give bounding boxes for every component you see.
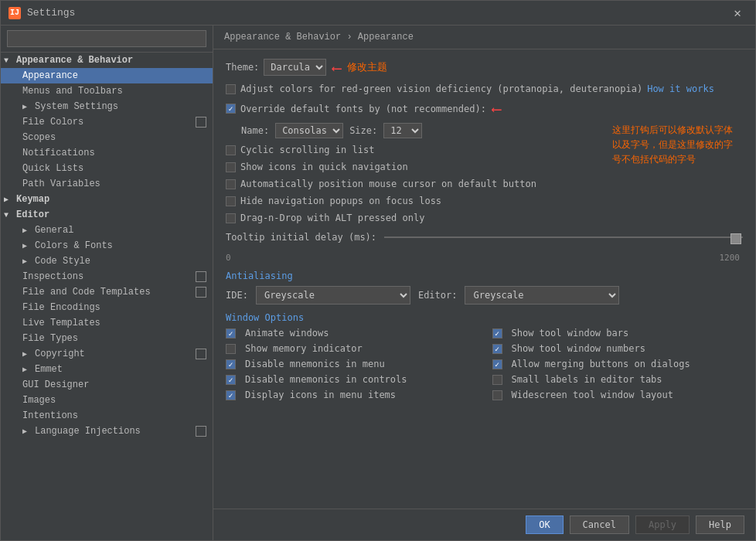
sidebar-item-language-injections[interactable]: ▶ Language Injections: [1, 424, 213, 439]
auto-position-label: Automatically position mouse cursor on d…: [240, 179, 536, 189]
sidebar-section-keymap[interactable]: ▶ Keymap: [1, 192, 213, 207]
sidebar-item-file-encodings[interactable]: File Encodings: [1, 300, 213, 315]
merge-buttons-checkbox[interactable]: [492, 359, 502, 369]
adjust-colors-label: Adjust colors for red-green vision defic…: [240, 83, 642, 94]
expand-arrow: ▶: [22, 365, 32, 374]
animate-windows-checkbox[interactable]: [226, 328, 236, 339]
override-fonts-checkbox[interactable]: [226, 104, 236, 114]
sidebar-item-label: File and Code Templates: [22, 287, 151, 298]
ide-antialiasing-select[interactable]: Greyscale: [256, 286, 410, 305]
bottom-bar: OK Cancel Apply Help: [213, 509, 755, 540]
override-fonts-label: Override default fonts by (not recommend…: [240, 104, 486, 114]
small-labels-checkbox[interactable]: [492, 375, 502, 385]
auto-position-row: Automatically position mouse cursor on d…: [226, 179, 743, 189]
sidebar-item-file-types[interactable]: File Types: [1, 331, 213, 346]
expand-arrow: ▶: [22, 427, 32, 436]
how-it-works-link[interactable]: How it works: [647, 83, 714, 94]
ide-label: IDE:: [226, 290, 248, 301]
mnemonics-controls-checkbox[interactable]: [226, 375, 236, 385]
show-tool-numbers-checkbox[interactable]: [492, 344, 502, 354]
sidebar-item-menus-toolbars[interactable]: Menus and Toolbars: [1, 83, 213, 99]
sidebar-item-label: Images: [22, 395, 56, 406]
breadcrumb: Appearance & Behavior › Appearance: [213, 26, 755, 49]
sidebar-item-copyright[interactable]: ▶ Copyright: [1, 346, 213, 362]
title-bar: IJ Settings ✕: [1, 1, 755, 26]
apply-button[interactable]: Apply: [635, 515, 690, 534]
sidebar-item-label: Path Variables: [22, 179, 100, 189]
editor-label: Editor:: [418, 290, 458, 301]
mnemonics-controls-label: Disable mnemonics in controls: [245, 374, 407, 385]
search-input[interactable]: [7, 30, 206, 47]
window-option-show-tool-bars: Show tool window bars: [492, 328, 744, 339]
sidebar-item-file-colors[interactable]: File Colors: [1, 114, 213, 130]
sidebar-item-inspections[interactable]: Inspections: [1, 269, 213, 284]
sidebar-item-label: GUI Designer: [22, 379, 89, 390]
show-tool-window-bars-checkbox[interactable]: [492, 328, 502, 339]
show-memory-checkbox[interactable]: [226, 344, 236, 354]
cancel-button[interactable]: Cancel: [570, 515, 629, 534]
sidebar-item-notifications[interactable]: Notifications: [1, 145, 213, 161]
mnemonics-menu-label: Disable mnemonics in menu: [245, 359, 385, 369]
drag-drop-checkbox[interactable]: [226, 213, 236, 223]
window-option-small-labels: Small labels in editor tabs: [492, 374, 744, 385]
expand-arrow: ▶: [22, 349, 32, 359]
sidebar-item-file-code-templates[interactable]: File and Code Templates: [1, 284, 213, 300]
window-option-tool-numbers: Show tool window numbers: [492, 343, 744, 354]
sidebar-item-label: Copyright: [35, 349, 85, 359]
window-option-mnemonics-controls: Disable mnemonics in controls: [226, 374, 477, 385]
sidebar-item-general[interactable]: ▶ General: [1, 223, 213, 238]
sidebar-item-images[interactable]: Images: [1, 393, 213, 408]
show-icons-checkbox[interactable]: [226, 162, 236, 172]
sidebar-item-label: Notifications: [22, 148, 95, 158]
ok-button[interactable]: OK: [526, 515, 563, 534]
slider-thumb[interactable]: [730, 233, 741, 244]
help-button[interactable]: Help: [696, 515, 744, 534]
close-button[interactable]: ✕: [727, 2, 747, 24]
theme-annotation: 修改主题: [347, 60, 387, 74]
sidebar-section-editor[interactable]: ▼ Editor: [1, 207, 213, 223]
sidebar-item-system-settings[interactable]: ▶ System Settings: [1, 99, 213, 114]
auto-position-checkbox[interactable]: [226, 179, 236, 189]
sidebar-item-path-variables[interactable]: Path Variables: [1, 176, 213, 192]
settings-content: Theme: Darcula ⟵ 修改主题 Adjust colors for …: [213, 49, 755, 509]
window-options-section: Window Options: [226, 312, 743, 323]
cyclic-scroll-label: Cyclic scrolling in list: [240, 145, 374, 155]
hide-nav-row: Hide navigation popups on focus loss: [226, 196, 743, 206]
sidebar-item-label: Appearance: [22, 70, 78, 81]
font-size-select[interactable]: 12: [383, 123, 422, 138]
show-icons-label: Show icons in quick navigation: [240, 162, 408, 172]
sidebar-item-intentions[interactable]: Intentions: [1, 408, 213, 424]
font-name-select[interactable]: Consolas: [275, 123, 343, 138]
expand-arrow: ▶: [22, 241, 32, 250]
widescreen-checkbox[interactable]: [492, 390, 502, 400]
sidebar-item-emmet[interactable]: ▶ Emmet: [1, 362, 213, 377]
sidebar-item-scopes[interactable]: Scopes: [1, 130, 213, 145]
sidebar-section-appearance-behavior[interactable]: ▼ Appearance & Behavior: [1, 53, 213, 68]
display-icons-checkbox[interactable]: [226, 390, 236, 400]
settings-window: IJ Settings ✕ ▼ Appearance & Behavior Ap…: [0, 0, 756, 541]
arrow2-annotation: ⟵: [492, 100, 501, 117]
sidebar-item-label: Language Injections: [35, 426, 141, 437]
settings-tree: ▼ Appearance & Behavior Appearance Menus…: [1, 53, 213, 540]
sidebar-item-colors-fonts[interactable]: ▶ Colors & Fonts: [1, 238, 213, 253]
sidebar-item-code-style[interactable]: ▶ Code Style: [1, 253, 213, 269]
sidebar-item-gui-designer[interactable]: GUI Designer: [1, 377, 213, 393]
cyclic-scroll-checkbox[interactable]: [226, 145, 236, 155]
settings-icon: [196, 287, 206, 298]
theme-select[interactable]: Darcula: [264, 59, 326, 76]
sidebar-item-live-templates[interactable]: Live Templates: [1, 315, 213, 331]
sidebar-section-label: Appearance & Behavior: [16, 55, 133, 66]
adjust-colors-checkbox[interactable]: [226, 84, 236, 94]
hide-nav-checkbox[interactable]: [226, 196, 236, 206]
breadcrumb-separator: ›: [341, 32, 358, 43]
show-memory-label: Show memory indicator: [245, 343, 363, 354]
sidebar-item-label: File Colors: [22, 117, 83, 128]
slider-track-container: [384, 230, 743, 245]
widescreen-label: Widescreen tool window layout: [512, 390, 674, 400]
mnemonics-menu-checkbox[interactable]: [226, 359, 236, 369]
sidebar-item-quick-lists[interactable]: Quick Lists: [1, 161, 213, 176]
sidebar-item-appearance[interactable]: Appearance: [1, 68, 213, 83]
sidebar-item-label: Emmet: [35, 364, 63, 375]
editor-antialiasing-select[interactable]: Greyscale: [465, 286, 619, 305]
theme-row: Theme: Darcula ⟵ 修改主题: [226, 59, 743, 76]
